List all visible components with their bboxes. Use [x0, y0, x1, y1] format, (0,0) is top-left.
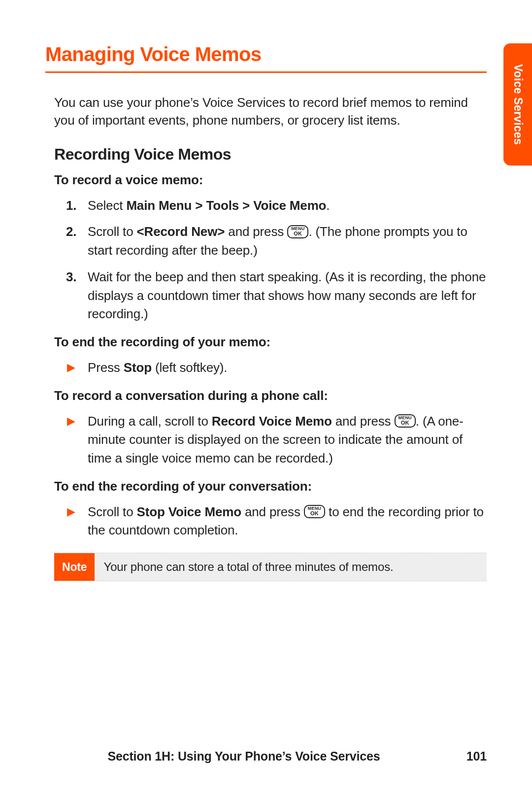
lead-record-memo: To record a voice memo:	[45, 172, 487, 188]
page-title-h1: Managing Voice Memos	[45, 43, 487, 66]
menu-ok-key-icon: MENUOK	[395, 414, 416, 428]
triangle-bullet-icon: ▶	[67, 413, 75, 429]
page-number: 101	[466, 749, 487, 764]
title-rule	[45, 71, 487, 73]
lead-end-memo: To end the recording of your memo:	[45, 334, 487, 350]
page-footer: Section 1H: Using Your Phone’s Voice Ser…	[0, 749, 532, 764]
side-tab-voice-services: Voice Services	[503, 43, 532, 166]
menu-ok-key-icon: MENUOK	[287, 225, 308, 238]
bullet-end-conversation: ▶ Scroll to Stop Voice Memo and press ME…	[54, 503, 487, 540]
page-content: Managing Voice Memos You can use your ph…	[0, 0, 532, 581]
note-label: Note	[54, 553, 95, 581]
lead-end-conversation: To end the recording of your conversatio…	[45, 479, 487, 494]
step-3: Wait for the beep and then start speakin…	[54, 268, 487, 324]
step-2: Scroll to <Record New> and press MENUOK.…	[54, 223, 487, 260]
intro-paragraph: You can use your phone’s Voice Services …	[45, 94, 487, 130]
triangle-bullet-icon: ▶	[67, 360, 75, 375]
step-1: Select Main Menu > Tools > Voice Memo.	[54, 197, 487, 215]
section-title-h2: Recording Voice Memos	[45, 145, 487, 164]
steps-list: Select Main Menu > Tools > Voice Memo. S…	[45, 197, 487, 324]
side-tab-label: Voice Services	[511, 64, 525, 145]
lead-record-conversation: To record a conversation during a phone …	[45, 388, 487, 403]
menu-ok-key-icon: MENUOK	[304, 505, 325, 518]
note-text: Your phone can store a total of three mi…	[95, 553, 487, 581]
footer-section-label: Section 1H: Using Your Phone’s Voice Ser…	[107, 749, 424, 764]
bullet-record-conversation: ▶ During a call, scroll to Record Voice …	[54, 412, 487, 468]
bullet-end-memo: ▶ Press Stop (left softkey).	[54, 359, 487, 377]
triangle-bullet-icon: ▶	[67, 504, 75, 520]
note-box: Note Your phone can store a total of thr…	[54, 553, 487, 581]
